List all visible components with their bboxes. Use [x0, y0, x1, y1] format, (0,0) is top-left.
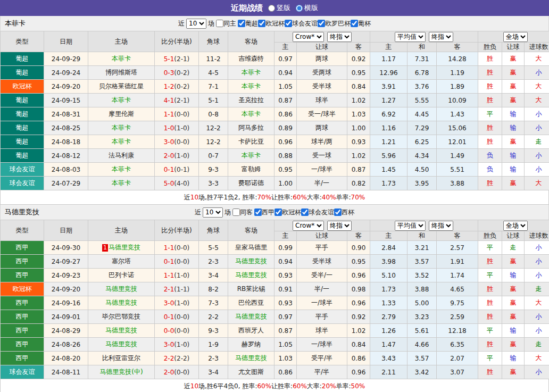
away-team-name: 马德里竞技 — [235, 271, 267, 279]
layout-option-vertical[interactable]: 竖版 — [268, 3, 290, 13]
result-goals: 大 — [525, 352, 549, 365]
avg-home: 1.17 — [370, 52, 407, 66]
league-badge: 西甲 — [1, 324, 44, 338]
scope-select[interactable]: 全场 — [503, 221, 528, 231]
league-checkbox[interactable] — [258, 20, 265, 27]
result-handicap: 赢 — [502, 255, 525, 269]
same-venue-filter[interactable]: 同客 — [232, 208, 253, 217]
league-filter[interactable]: 葡超 — [238, 19, 258, 28]
average-select-cell: 平均值终指 — [370, 220, 478, 231]
home-team: 马德里竞技 — [88, 324, 155, 338]
result-handicap: 赢 — [502, 296, 525, 310]
result-outcome: 胜 — [478, 177, 502, 190]
average-stage-select[interactable]: 终指 — [429, 221, 453, 231]
match-score: 3-0(1-0) — [155, 338, 199, 352]
corner-count: 2-3 — [199, 255, 228, 269]
away-team-name: 马德里竞技 — [235, 354, 267, 362]
result-goals: 小 — [525, 121, 549, 135]
average-select[interactable]: 平均值 — [395, 32, 426, 42]
league-badge: 西甲 — [1, 269, 44, 282]
league-filter[interactable]: 西甲 — [254, 208, 274, 217]
corner-count: 3-4 — [199, 269, 228, 282]
league-checkbox[interactable] — [334, 208, 342, 216]
result-handicap: 输 — [502, 269, 525, 282]
league-checkbox[interactable] — [351, 20, 358, 27]
league-checkbox[interactable] — [274, 208, 282, 216]
result-goals: 大 — [525, 52, 549, 66]
odds-handicap: 两球 — [297, 52, 347, 66]
home-team: 法马利康 — [88, 149, 155, 163]
avg-away: 1.19 — [437, 66, 478, 80]
odds-handicap: 受一球 — [297, 149, 347, 163]
avg-away: 1.43 — [437, 107, 478, 121]
league-checkbox[interactable] — [254, 208, 262, 216]
league-filter[interactable]: 欧冠杯 — [258, 19, 285, 28]
avg-away: 6.35 — [437, 338, 478, 352]
away-team-name: 西班牙人 — [238, 327, 264, 334]
result-goals-value: 大 — [536, 82, 542, 90]
away-team: 马德里竞技 — [228, 310, 274, 324]
result-outcome-value: 胜 — [487, 96, 493, 104]
summary-stat: 50% — [351, 382, 365, 390]
away-team: RB莱比锡 — [228, 282, 274, 296]
result-handicap-value: 赢 — [510, 179, 517, 187]
match-date: 24-09-24 — [44, 66, 88, 80]
result-outcome: 平 — [478, 107, 502, 121]
result-goals-value: 走 — [536, 340, 542, 348]
league-checkbox[interactable] — [318, 20, 325, 27]
league-badge: 西甲 — [1, 352, 44, 365]
match-row: 西甲24-09-27塞尔塔0-1(0-0)2-3马德里竞技0.94受半球0.95… — [1, 255, 549, 269]
col-avg-home: 主 — [370, 231, 407, 241]
odds-away: 0.95 — [347, 66, 370, 80]
bookmaker-select[interactable]: Crow* — [293, 32, 324, 42]
odds-handicap: 平手 — [297, 310, 347, 324]
avg-draw: 3.95 — [407, 177, 437, 190]
result-goals-value: 走 — [536, 285, 542, 293]
corner-count: 2-3 — [199, 352, 228, 365]
league-checkbox[interactable] — [238, 20, 245, 27]
avg-home: 3.43 — [370, 352, 407, 365]
away-team-name: 马德里竞技 — [235, 257, 267, 265]
league-filter[interactable]: 球会友谊 — [301, 208, 334, 217]
layout-option-horizontal[interactable]: 横版 — [296, 3, 318, 13]
scope-select[interactable]: 全场 — [503, 32, 528, 42]
bookmaker-select[interactable]: Crow* — [293, 221, 324, 231]
bookmaker-stage-select[interactable]: 终指 — [327, 32, 352, 42]
match-score: 1-1(0-0) — [155, 241, 199, 255]
home-team-name: 马德里竞技 — [105, 285, 137, 293]
same-venue-checkbox[interactable] — [216, 20, 223, 27]
recent-count-select[interactable]: 10 — [203, 207, 223, 218]
odds-handicap: 平手 — [297, 241, 347, 255]
league-filter[interactable]: 欧冠杯 — [274, 208, 301, 217]
odds-away: 0.92 — [347, 52, 370, 66]
result-outcome-value: 胜 — [487, 138, 493, 145]
league-filter[interactable]: 球会友谊 — [285, 19, 318, 28]
col-avg-draw: 和 — [407, 231, 437, 241]
result-outcome-value: 平 — [487, 110, 493, 118]
league-badge: 西甲 — [1, 310, 44, 324]
avg-away: 4.65 — [437, 282, 478, 296]
same-venue-checkbox[interactable] — [232, 208, 240, 216]
horizontal-layout-radio[interactable] — [296, 5, 303, 12]
average-select[interactable]: 平均值 — [395, 221, 426, 231]
corner-count: 3-3 — [199, 177, 228, 190]
bookmaker-stage-select[interactable]: 终指 — [327, 221, 352, 231]
average-stage-select[interactable]: 终指 — [429, 32, 453, 42]
league-filter[interactable]: 欧罗巴杯 — [318, 19, 351, 28]
result-outcome-value: 胜 — [487, 179, 493, 187]
avg-draw: 5.00 — [407, 296, 437, 310]
league-filter[interactable]: 西杯 — [334, 208, 354, 217]
odds-home: 0.93 — [274, 296, 297, 310]
odds-home: 0.94 — [274, 255, 297, 269]
result-outcome: 胜 — [478, 255, 502, 269]
league-checkbox[interactable] — [285, 20, 292, 27]
fulltime-score: 2-1 — [164, 286, 174, 293]
same-venue-filter[interactable]: 同主 — [216, 19, 236, 28]
result-outcome-value: 负 — [487, 165, 493, 173]
league-filter[interactable]: 葡杯 — [351, 19, 371, 28]
vertical-layout-radio[interactable] — [268, 5, 275, 12]
odds-away: 0.96 — [347, 296, 370, 310]
recent-count-select[interactable]: 10 — [186, 19, 206, 29]
league-checkbox[interactable] — [301, 208, 309, 216]
result-outcome-value: 胜 — [487, 368, 493, 376]
